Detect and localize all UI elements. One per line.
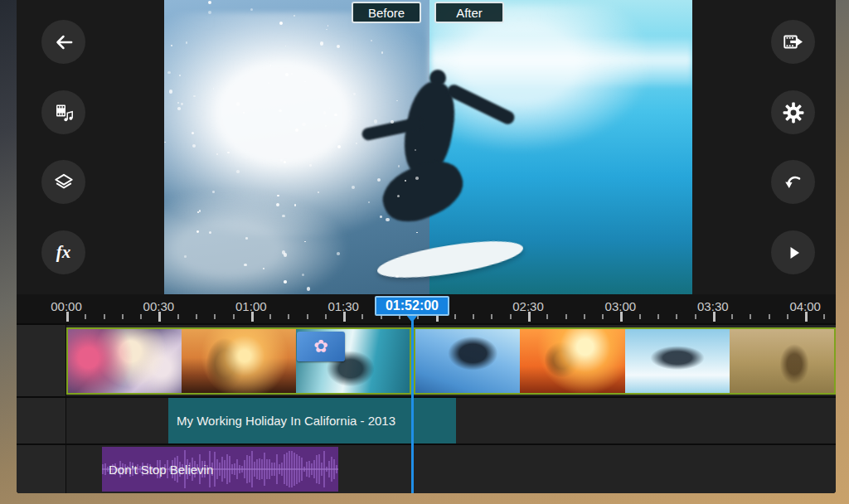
ruler-tick — [823, 314, 825, 319]
ruler-tick — [361, 314, 363, 319]
effects-button[interactable]: fx — [41, 230, 85, 274]
produce-export-button[interactable] — [771, 20, 815, 64]
thumbnail-field-cycling — [730, 329, 834, 393]
film-export-icon — [782, 31, 805, 54]
after-label: After — [456, 6, 483, 20]
thumbnail-sunset-fishing — [182, 329, 295, 393]
video-editor-app: Before After fx 00:0000:3001:0001:3002:3… — [17, 0, 836, 493]
after-toggle[interactable]: After — [434, 2, 504, 23]
arrow-left-icon — [52, 31, 75, 54]
current-time-value: 01:52:00 — [386, 298, 439, 313]
ruler-tick — [731, 314, 733, 319]
ruler-tick — [584, 314, 585, 319]
ruler-tick — [620, 312, 623, 322]
audio-track-row: Don't Stop Believin — [17, 443, 836, 493]
video-preview[interactable]: Before After — [164, 0, 692, 294]
ruler-tick — [528, 312, 531, 322]
ruler-tick — [805, 312, 808, 322]
ruler-tick — [85, 314, 86, 319]
ruler-tick — [491, 314, 492, 319]
ruler-tick — [695, 314, 696, 319]
ruler-tick — [140, 314, 142, 319]
ruler-tick — [269, 314, 271, 319]
current-time-badge[interactable]: 01:52:00 — [375, 296, 449, 316]
film-music-icon — [53, 102, 75, 124]
title-clip-label: My Working Holiday In California - 2013 — [177, 414, 395, 428]
audio-clip[interactable]: Don't Stop Believin — [102, 447, 338, 492]
ruler-tick — [325, 314, 327, 319]
media-library-button[interactable] — [41, 90, 85, 134]
ruler-tick — [769, 314, 770, 319]
audio-track-header[interactable] — [17, 445, 66, 493]
ruler-tick — [639, 314, 641, 319]
ruler-tick — [104, 314, 105, 319]
ruler-tick — [713, 312, 716, 322]
ruler-tick — [510, 314, 512, 319]
ruler-tick — [657, 314, 659, 319]
fx-icon: fx — [56, 242, 71, 263]
video-clip[interactable]: ✿ — [66, 327, 411, 395]
playhead[interactable] — [411, 315, 414, 493]
ruler-tick — [473, 314, 474, 319]
ruler-tick — [66, 312, 69, 322]
settings-button[interactable] — [771, 90, 815, 134]
playhead-handle[interactable] — [406, 315, 418, 322]
ruler-tick — [196, 314, 197, 319]
thumbnail-bmx-jump — [415, 329, 520, 393]
ruler-tick — [214, 314, 216, 319]
screen: Before After fx 00:0000:3001:0001:3002:3… — [0, 0, 849, 504]
play-icon — [783, 242, 804, 264]
video-clip[interactable] — [414, 327, 836, 395]
ruler-tick — [177, 314, 179, 319]
flower-effect-badge-icon[interactable]: ✿ — [297, 332, 345, 361]
video-track-header[interactable] — [17, 325, 66, 396]
ruler-tick — [454, 314, 456, 319]
before-toggle[interactable]: Before — [352, 2, 421, 23]
ruler-tick — [158, 312, 161, 322]
timeline: 00:0000:3001:0001:3002:3003:0003:3004:00… — [17, 294, 836, 493]
before-label: Before — [368, 6, 405, 20]
wave-foam-lower — [164, 191, 347, 294]
ruler-tick — [122, 314, 124, 319]
ruler-tick — [288, 314, 289, 319]
ruler-tick — [787, 314, 788, 319]
audio-clip-label: Don't Stop Believin — [109, 463, 213, 477]
gear-icon — [782, 101, 805, 124]
ruler-tick — [676, 314, 677, 319]
ruler-tick — [307, 314, 308, 319]
thumbnail-skydiving — [625, 329, 730, 393]
ruler-tick — [251, 312, 254, 322]
overlay-track-row: My Working Holiday In California - 2013 — [17, 396, 836, 443]
ruler-tick — [602, 314, 604, 319]
ruler-tick — [343, 312, 346, 322]
back-button[interactable] — [41, 20, 85, 64]
ruler-tick — [750, 314, 751, 319]
wave-spray — [429, 4, 653, 153]
play-button[interactable] — [771, 230, 815, 274]
video-track-row: ✿ — [17, 323, 836, 396]
overlay-track-header[interactable] — [17, 398, 66, 443]
undo-button[interactable] — [771, 160, 815, 204]
undo-arrow-icon — [782, 171, 805, 194]
thumbnail-bokeh-party — [68, 329, 182, 393]
layers-icon — [52, 171, 75, 194]
ruler-tick — [565, 314, 567, 319]
ruler-tick — [546, 314, 548, 319]
layers-button[interactable] — [41, 160, 85, 204]
thumbnail-skate-sunset — [520, 329, 624, 393]
ruler-tick — [233, 314, 235, 319]
